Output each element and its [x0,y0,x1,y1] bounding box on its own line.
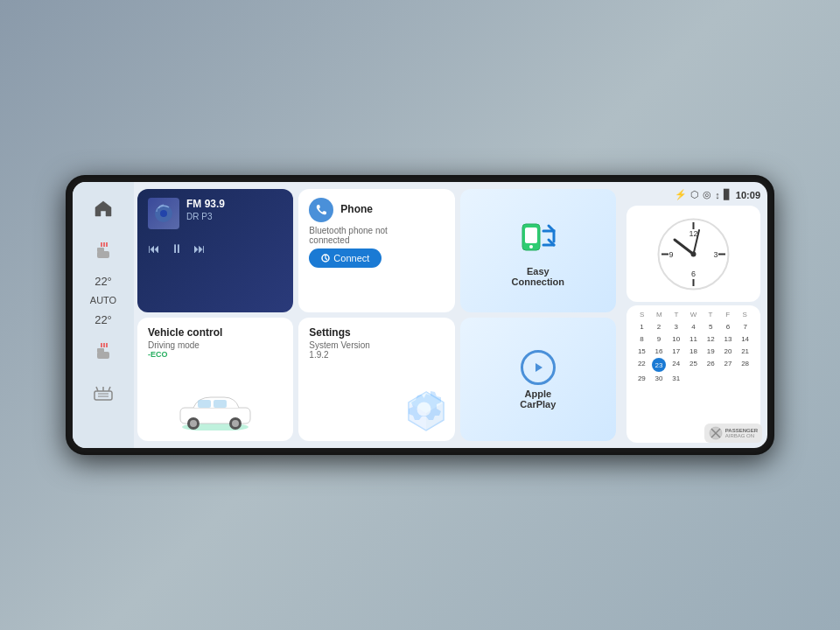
usb-icon: ⚡ [675,189,687,200]
cal-cell [720,373,737,384]
airbag-status: AIRBAG ON [725,433,758,438]
carplay-title: Apple [525,388,552,399]
svg-point-21 [529,245,533,248]
connect-label: Connect [333,253,369,263]
tile-settings[interactable]: Settings System Version 1.9.2 [298,318,454,441]
tile-carplay[interactable]: Apple CarPlay [460,318,616,441]
cal-cell: 1 [634,321,650,332]
cal-cell: 30 [651,373,668,384]
easy-connection-icon [515,215,561,261]
tiles-grid: FM 93.9 DR P3 ⏮ ⏸ ⏭ [137,189,616,441]
cal-cell: 9 [651,333,668,345]
radio-controls: ⏮ ⏸ ⏭ [148,238,283,256]
cal-cell: 8 [634,333,650,345]
cal-cell: 18 [685,346,702,357]
settings-version: 1.9.2 [309,350,444,360]
tile-phone[interactable]: Phone Bluetooth phone not connected Conn… [298,189,454,312]
svg-point-29 [232,420,239,427]
svg-rect-25 [214,400,227,408]
cal-cell: 7 [737,321,753,332]
clock-widget: 12 3 6 9 [626,206,760,302]
cal-cell: 12 [703,333,719,345]
cal-cell: 19 [703,346,719,357]
tile-vehicle[interactable]: Vehicle control Driving mode -ECO [137,318,293,441]
status-bar: ⚡ ⬡ ◎ ↕ ▊ 10:09 [626,187,760,202]
cal-day-w: W [685,311,701,318]
svg-text:9: 9 [668,250,673,259]
svg-rect-10 [94,391,112,400]
cal-day-s1: S [634,311,650,318]
tile-radio[interactable]: FM 93.9 DR P3 ⏮ ⏸ ⏭ [137,189,293,312]
screen-bezel: 22° AUTO 22° [66,175,774,455]
phone-icon [309,198,333,222]
car-dashboard: 22° AUTO 22° [0,0,840,630]
cal-cell [737,373,753,384]
tile-easy-connection[interactable]: Easy Connection [460,189,616,312]
rear-defrost-icon[interactable] [86,375,121,410]
home-icon[interactable] [86,191,121,226]
calendar-widget: S M T W T F S 12345678910111213141516171… [626,305,760,443]
svg-point-47 [691,251,696,256]
cal-cell: 16 [651,346,668,357]
settings-title: Settings [309,326,444,339]
cal-cell: 31 [668,373,684,384]
svg-rect-0 [97,251,109,258]
settings-subtitle: System Version [309,340,444,350]
cal-cell [685,373,702,384]
cal-cell: 11 [685,333,702,345]
auto-label: AUTO [90,295,116,306]
cal-cell: 29 [634,373,650,384]
bluetooth-icon: ⬡ [690,189,699,200]
bars-icon: ▊ [724,189,731,200]
cal-cell: 22 [634,358,650,372]
cal-cell: 2 [651,321,668,332]
screen: 22° AUTO 22° [73,182,767,448]
sidebar: 22° AUTO 22° [73,182,134,448]
cal-cell: 6 [720,321,737,332]
camera-icon: ◎ [703,189,711,200]
phone-status2: connected [309,235,444,245]
carplay-title2: CarPlay [520,399,556,410]
cal-cell: 13 [720,333,737,345]
radio-frequency: FM 93.9 [186,198,225,210]
prev-button[interactable]: ⏮ [148,242,160,256]
cal-cell: 28 [737,358,753,372]
svg-rect-5 [97,352,109,359]
signal-icon: ↕ [715,190,720,200]
svg-marker-35 [536,363,542,372]
phone-title: Phone [340,203,373,215]
cal-day-t1: T [668,311,684,318]
svg-text:3: 3 [713,250,718,259]
svg-rect-1 [97,248,104,252]
svg-rect-20 [525,228,537,243]
seat-heat-top-icon[interactable] [86,233,121,268]
phone-status: Bluetooth phone not [309,226,444,235]
cal-cell: 15 [634,346,650,357]
connect-button[interactable]: Connect [309,248,382,268]
cal-cell: 4 [685,321,702,332]
vehicle-title: Vehicle control [148,326,283,339]
svg-point-17 [160,210,167,217]
cal-cell: 14 [737,333,753,345]
svg-text:12: 12 [689,229,697,238]
cal-day-f: F [720,311,736,318]
driving-mode-label: Driving mode [148,340,283,350]
cal-header: S M T W T F S [634,311,753,318]
easy-connection-title: Easy [527,266,550,276]
svg-rect-24 [198,400,211,408]
temp-bottom: 22° [94,313,112,326]
cal-cell: 10 [668,333,684,345]
cal-cell: 5 [703,321,719,332]
cal-cell: 26 [703,358,719,372]
svg-point-27 [190,420,197,427]
cal-day-s2: S [737,311,752,318]
cal-cell: 3 [668,321,684,332]
airbag-indicator: PASSENGER AIRBAG ON [704,424,762,443]
play-pause-button[interactable]: ⏸ [171,242,183,256]
cal-cell: 20 [720,346,737,357]
svg-text:6: 6 [691,270,696,278]
cal-cell: 25 [685,358,702,372]
seat-heat-bottom-icon[interactable] [86,333,121,368]
next-button[interactable]: ⏭ [193,242,206,256]
radio-station: DR P3 [186,212,225,221]
